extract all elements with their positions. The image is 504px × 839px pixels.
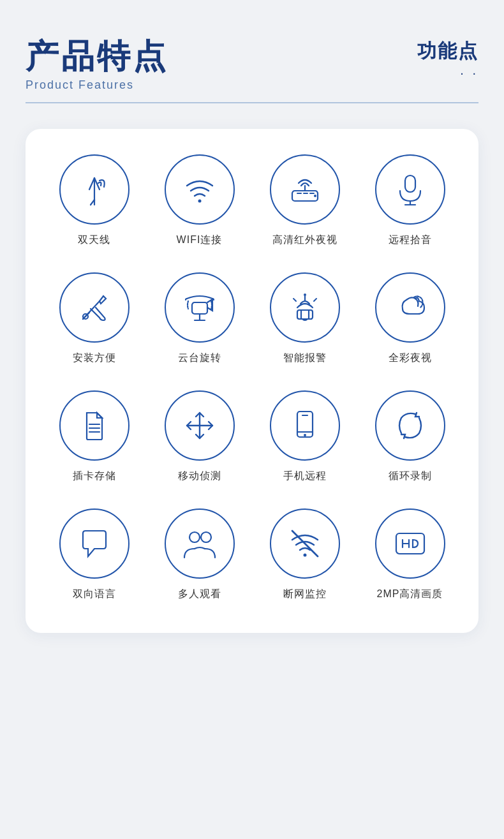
hd-label: 2MP高清画质: [377, 588, 443, 601]
features-grid: 双天线 WIFI连接 高清红外夜视 远程拾音 安装方便 云台旋转: [45, 154, 459, 601]
title-block: 产品特点 Product Features: [26, 38, 168, 92]
svg-point-32: [189, 532, 200, 542]
feature-item-offline: 断网监控: [255, 509, 354, 601]
section-divider: [26, 102, 478, 103]
alarm-icon-circle: [270, 272, 340, 343]
feature-item-alarm: 智能报警: [255, 272, 354, 365]
feature-item-ptz: 云台旋转: [150, 272, 249, 365]
audio-icon-circle: [375, 154, 445, 225]
feature-item-install: 安装方便: [45, 272, 144, 365]
multi-view-label: 多人观看: [178, 588, 221, 601]
svg-point-30: [304, 434, 306, 436]
svg-rect-36: [396, 533, 424, 554]
svg-rect-8: [405, 175, 415, 192]
dual-antenna-icon-circle: [59, 154, 130, 225]
feature-item-two-way: 双向语言: [45, 509, 144, 601]
sd-card-label: 插卡存储: [73, 470, 116, 483]
svg-point-33: [201, 532, 211, 542]
main-title: 产品特点: [26, 38, 168, 75]
feature-item-hd: 2MP高清画质: [360, 509, 459, 601]
offline-icon-circle: [270, 509, 340, 579]
svg-point-34: [303, 554, 306, 557]
sd-card-icon-circle: [59, 390, 130, 461]
night-vision-icon-circle: [270, 154, 340, 225]
feature-item-audio: 远程拾音: [360, 154, 459, 247]
two-way-label: 双向语言: [73, 588, 116, 601]
feature-item-night-vision: 高清红外夜视: [255, 154, 354, 247]
install-icon-circle: [59, 272, 130, 343]
sub-title: Product Features: [26, 78, 168, 92]
audio-label: 远程拾音: [389, 234, 432, 247]
offline-label: 断网监控: [283, 588, 327, 601]
mobile-label: 手机远程: [283, 470, 327, 483]
loop-rec-icon-circle: [375, 390, 445, 461]
svg-rect-17: [297, 310, 313, 319]
mobile-icon-circle: [270, 390, 340, 461]
feature-item-multi-view: 多人观看: [150, 509, 249, 601]
motion-label: 移动侦测: [178, 470, 221, 483]
night-vision-label: 高清红外夜视: [272, 234, 337, 247]
dual-antenna-label: 双天线: [78, 234, 110, 247]
two-way-icon-circle: [59, 509, 130, 579]
ptz-icon-circle: [165, 272, 235, 343]
wifi-label: WIFI连接: [177, 234, 223, 247]
feature-item-dual-antenna: 双天线: [45, 154, 144, 247]
func-dots: · ·: [417, 66, 478, 80]
install-label: 安装方便: [73, 352, 116, 365]
svg-point-20: [304, 293, 306, 296]
hd-icon-circle: [375, 509, 445, 579]
svg-line-22: [314, 299, 316, 301]
func-block: 功能点 · ·: [417, 38, 478, 80]
svg-point-4: [198, 200, 201, 203]
svg-point-7: [314, 195, 316, 197]
svg-rect-14: [192, 302, 207, 314]
wifi-icon-circle: [165, 154, 235, 225]
color-night-label: 全彩夜视: [389, 352, 432, 365]
alarm-label: 智能报警: [283, 352, 327, 365]
feature-item-wifi: WIFI连接: [150, 154, 249, 247]
header: 产品特点 Product Features 功能点 · ·: [26, 38, 478, 92]
loop-rec-label: 循环录制: [389, 470, 432, 483]
feature-item-sd-card: 插卡存储: [45, 390, 144, 483]
feature-card: 双天线 WIFI连接 高清红外夜视 远程拾音 安装方便 云台旋转: [26, 129, 478, 633]
feature-item-color-night: 全彩夜视: [360, 272, 459, 365]
feature-item-motion: 移动侦测: [150, 390, 249, 483]
page-wrapper: 产品特点 Product Features 功能点 · · 双天线 WIFI连接: [26, 38, 478, 633]
func-label: 功能点: [417, 38, 478, 64]
multi-view-icon-circle: [165, 509, 235, 579]
feature-item-loop-rec: 循环录制: [360, 390, 459, 483]
color-night-icon-circle: [375, 272, 445, 343]
motion-icon-circle: [165, 390, 235, 461]
ptz-label: 云台旋转: [178, 352, 221, 365]
feature-item-mobile: 手机远程: [255, 390, 354, 483]
svg-line-21: [293, 299, 296, 301]
